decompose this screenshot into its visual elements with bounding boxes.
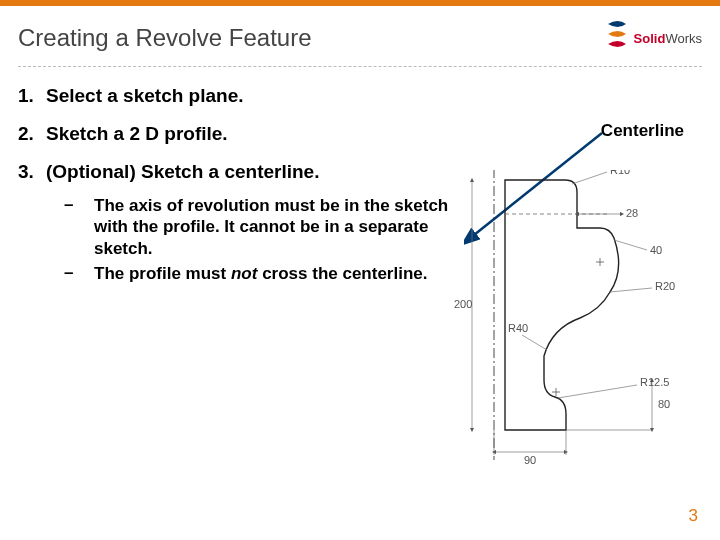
step-number: 2. bbox=[18, 123, 46, 145]
dim-90: 90 bbox=[524, 454, 536, 466]
bullet-dash: – bbox=[64, 195, 94, 259]
logo-text: SolidWorks bbox=[634, 32, 702, 45]
bullet-dash: – bbox=[64, 263, 94, 284]
sub-text: The axis of revolution must be in the sk… bbox=[94, 195, 454, 259]
dim-r40: R40 bbox=[508, 322, 528, 334]
dim-r125: R12.5 bbox=[640, 376, 669, 388]
solidworks-logo: SolidWorks bbox=[604, 20, 702, 56]
logo-brand-left: Solid bbox=[634, 31, 666, 46]
dim-40: 40 bbox=[650, 244, 662, 256]
step-1: 1. Select a sketch plane. bbox=[18, 85, 702, 107]
step-text: (Optional) Sketch a centerline. bbox=[46, 161, 319, 183]
step-text: Sketch a 2 D profile. bbox=[46, 123, 228, 145]
divider bbox=[18, 66, 702, 67]
dim-r20: R20 bbox=[655, 280, 675, 292]
dim-r10: R10 bbox=[610, 170, 630, 176]
dim-28: 28 bbox=[626, 207, 638, 219]
page-title: Creating a Revolve Feature bbox=[18, 24, 311, 52]
sketch-diagram: R10 28 40 R20 R40 R12.5 80 200 90 bbox=[452, 170, 702, 470]
step-number: 3. bbox=[18, 161, 46, 183]
dim-80: 80 bbox=[658, 398, 670, 410]
ds-logo-icon bbox=[604, 20, 630, 56]
logo-brand-right: Works bbox=[665, 31, 702, 46]
header: Creating a Revolve Feature SolidWorks bbox=[0, 6, 720, 66]
page-number: 3 bbox=[689, 506, 698, 526]
dim-200: 200 bbox=[454, 298, 472, 310]
step-number: 1. bbox=[18, 85, 46, 107]
step-text: Select a sketch plane. bbox=[46, 85, 244, 107]
sub-text: The profile must not cross the centerlin… bbox=[94, 263, 427, 284]
